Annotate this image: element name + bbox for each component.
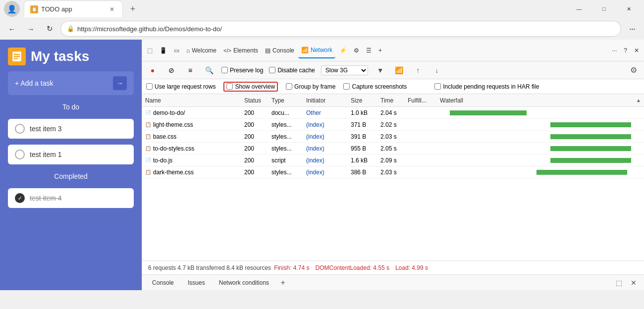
maximize-button[interactable]: □ — [592, 1, 615, 17]
th-time: Time — [377, 97, 405, 104]
table-row[interactable]: 📄 demo-to-do/ 200 docu... Other 1.0 kB 2… — [142, 107, 644, 119]
back-button[interactable]: ← — [4, 21, 20, 37]
task-checkbox-test3[interactable] — [15, 124, 25, 134]
file-icon-1: 📄 — [145, 110, 151, 115]
td-name-5: 📄 to-do.js — [142, 157, 241, 164]
bottom-tab-network-conditions[interactable]: Network conditions — [213, 277, 275, 288]
dt-network-tab[interactable]: 📶 Network — [298, 43, 335, 58]
new-tab-button[interactable]: + — [125, 1, 141, 17]
network-settings-button[interactable]: ⚙ — [627, 64, 640, 77]
dt-close-button[interactable]: ✕ — [631, 43, 642, 58]
dt-welcome-tab[interactable]: ⌂ Welcome — [183, 43, 219, 58]
preserve-log-input[interactable] — [221, 67, 228, 73]
table-row[interactable]: 📋 dark-theme.css 200 styles... (index) 3… — [142, 166, 644, 178]
td-status-4: 200 — [241, 145, 268, 152]
show-overview-input[interactable] — [226, 83, 233, 90]
group-by-frame-checkbox[interactable]: Group by frame — [286, 83, 335, 90]
td-size-1: 1.0 kB — [348, 109, 377, 116]
capture-screenshots-input[interactable] — [343, 83, 350, 90]
preserve-log-checkbox[interactable]: Preserve log — [221, 67, 263, 74]
td-type-1: docu... — [268, 109, 303, 116]
browser-more-button[interactable]: ··· — [624, 21, 640, 37]
status-load: Load: 4.99 s — [395, 264, 428, 271]
record-button[interactable]: ● — [146, 64, 159, 77]
filter-menu-icon: ≡ — [188, 66, 192, 74]
waterfall-sort-icon[interactable]: ▲ — [636, 98, 641, 103]
td-type-3: styles... — [268, 133, 303, 140]
clear-icon: ⊘ — [168, 66, 174, 74]
table-row[interactable]: 📄 to-do.js 200 script (index) 1.6 kB 2.0… — [142, 154, 644, 166]
dt-extra1-tab[interactable]: ⚡ — [336, 43, 350, 58]
dt-console-tab[interactable]: ▤ Console — [262, 43, 297, 58]
task-item-test1[interactable]: test item 1 — [8, 145, 134, 164]
th-name: Name — [142, 97, 241, 104]
dt-device-button[interactable]: 📱 — [157, 43, 170, 58]
include-pending-input[interactable] — [434, 83, 441, 90]
table-row[interactable]: 📋 to-do-styles.css 200 styles... (index)… — [142, 143, 644, 154]
forward-button[interactable]: → — [23, 21, 39, 37]
bottom-close-button[interactable]: ✕ — [627, 276, 640, 289]
table-row[interactable]: 📋 base.css 200 styles... (index) 391 B 2… — [142, 131, 644, 143]
dt-more-button[interactable]: ··· — [609, 43, 620, 58]
close-button[interactable]: ✕ — [617, 1, 640, 17]
minimize-button[interactable]: — — [568, 1, 590, 17]
disable-cache-input[interactable] — [269, 67, 275, 73]
throttle-arrow-button[interactable]: ▼ — [374, 64, 387, 77]
welcome-icon: ⌂ — [186, 47, 190, 54]
task-item-test3[interactable]: test item 3 — [8, 119, 134, 139]
bottom-tab-issues[interactable]: Issues — [182, 277, 211, 288]
disable-cache-checkbox[interactable]: Disable cache — [269, 67, 315, 74]
add-task-button[interactable]: + Add a task → — [8, 71, 134, 95]
dt-help-button[interactable]: ? — [621, 43, 630, 58]
group-by-frame-input[interactable] — [286, 83, 292, 90]
dock-icon: ☰ — [366, 47, 372, 54]
active-tab[interactable]: 📋 TODO app ✕ — [24, 0, 123, 17]
url-box[interactable]: 🔒 https://microsoftedge.github.io/Demos/… — [60, 21, 621, 37]
url-text: https://microsoftedge.github.io/Demos/de… — [77, 25, 222, 33]
options-left: Use large request rows Show overview Gro… — [146, 82, 539, 92]
search-button[interactable]: 🔍 — [203, 64, 215, 77]
td-name-text-2: light-theme.css — [153, 121, 193, 128]
large-rows-checkbox[interactable]: Use large request rows — [146, 83, 215, 90]
dt-elements-tab[interactable]: </> Elements — [220, 43, 261, 58]
dt-inspect-button[interactable]: ⬚ — [144, 43, 156, 58]
include-pending-checkbox[interactable]: Include pending requests in HAR file — [434, 83, 539, 90]
upload-button[interactable]: ↑ — [412, 64, 425, 77]
bottom-tab-add-button[interactable]: + — [277, 277, 289, 289]
task-checkbox-test1[interactable] — [15, 150, 25, 159]
dt-dock-button[interactable]: ☰ — [363, 43, 375, 58]
large-rows-label: Use large request rows — [155, 83, 215, 90]
task-text-test4: test item 4 — [30, 194, 62, 202]
dt-add-tab-button[interactable]: + — [376, 43, 385, 58]
td-name-6: 📋 dark-theme.css — [142, 169, 241, 176]
td-waterfall-3 — [437, 133, 644, 141]
speed-select[interactable]: Slow 3G Fast 3G No throttling — [321, 65, 368, 75]
th-type: Type — [268, 97, 303, 104]
dt-settings-tab[interactable]: ⚙ — [351, 43, 362, 58]
td-time-5: 2.09 s — [377, 157, 405, 164]
large-rows-input[interactable] — [146, 83, 153, 90]
console-label: Console — [272, 47, 294, 54]
td-waterfall-2 — [437, 121, 644, 129]
profile-icon[interactable]: 👤 — [4, 1, 20, 17]
task-item-test4[interactable]: ✓ test item 4 — [8, 188, 134, 208]
table-row[interactable]: 📋 light-theme.css 200 styles... (index) … — [142, 119, 644, 131]
capture-screenshots-checkbox[interactable]: Capture screenshots — [343, 83, 407, 90]
refresh-button[interactable]: ↻ — [42, 21, 57, 37]
dt-drawer-button[interactable]: ▭ — [171, 43, 182, 58]
tab-close-button[interactable]: ✕ — [107, 5, 116, 14]
download-button[interactable]: ↓ — [430, 64, 443, 77]
network-condition-button[interactable]: 📶 — [393, 64, 406, 77]
title-bar: 👤 📋 TODO app ✕ + — □ ✕ — [0, 0, 644, 18]
filter-menu-button[interactable]: ≡ — [184, 64, 197, 77]
td-name-text-6: dark-theme.css — [153, 169, 194, 176]
bottom-dock-button[interactable]: ⬚ — [612, 276, 625, 289]
show-overview-checkbox[interactable]: Show overview — [226, 83, 275, 90]
bottom-tab-console[interactable]: Console — [146, 277, 180, 288]
task-checkbox-test4[interactable]: ✓ — [15, 193, 25, 203]
file-icon-5: 📄 — [145, 157, 151, 163]
lock-icon: 🔒 — [67, 25, 74, 32]
td-type-6: styles... — [268, 169, 303, 176]
clear-button[interactable]: ⊘ — [165, 64, 178, 77]
file-icon-3: 📋 — [145, 134, 151, 139]
